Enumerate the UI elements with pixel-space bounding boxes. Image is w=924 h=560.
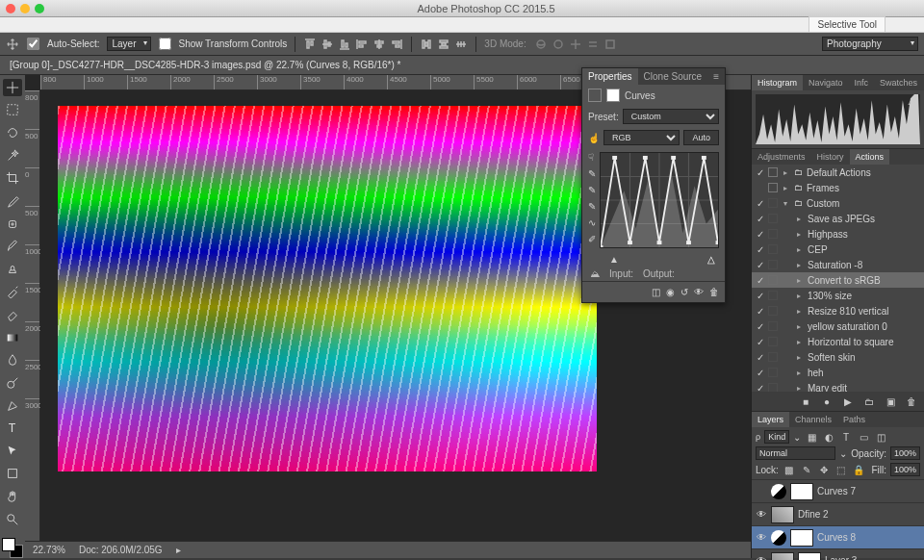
layer-row[interactable]: 👁Layer 3 — [752, 548, 924, 560]
tab-histogram[interactable]: Histogram — [752, 75, 803, 90]
auto-select-checkbox[interactable] — [27, 38, 39, 50]
minimize-icon[interactable] — [20, 4, 30, 13]
trash-icon[interactable]: 🗑 — [905, 395, 918, 408]
visibility-icon[interactable]: 👁 — [694, 287, 704, 297]
layer-filter-kind[interactable]: Kind — [764, 430, 789, 444]
white-point-icon[interactable]: ✎ — [588, 168, 596, 179]
show-transform-checkbox[interactable] — [159, 38, 171, 50]
lasso-tool[interactable] — [3, 124, 22, 141]
layer-row[interactable]: Curves 7 — [752, 479, 924, 502]
action-row[interactable]: ✓▸130% size — [752, 288, 924, 303]
document-tab[interactable]: [Group 0]-_DSC4277-HDR__DSC4285-HDR-3 im… — [0, 56, 924, 75]
tab-actions[interactable]: Actions — [850, 149, 890, 165]
filter-adj-icon[interactable]: ◐ — [822, 430, 835, 444]
action-row[interactable]: ✓▸yellow saturation 0 — [752, 318, 924, 334]
filter-type-icon[interactable]: T — [839, 430, 853, 444]
window-controls[interactable] — [6, 4, 44, 13]
dodge-tool[interactable] — [3, 374, 22, 392]
filter-pixel-icon[interactable]: ▦ — [805, 430, 818, 444]
spot-heal-tool[interactable] — [3, 216, 22, 233]
selective-tool-tab[interactable]: Selective Tool — [808, 16, 886, 33]
tab-navigator[interactable]: Navigato — [803, 75, 849, 90]
layers-list[interactable]: Curves 7👁Dfine 2👁Curves 8👁Layer 3 — [752, 479, 924, 560]
reset-icon[interactable]: ↺ — [680, 287, 688, 297]
lock-pixels-icon[interactable]: ✎ — [800, 463, 813, 476]
tab-properties[interactable]: Properties — [582, 68, 638, 85]
action-row[interactable]: ✓▸🗀Default Actions — [752, 165, 924, 180]
opacity-value[interactable]: 100% — [890, 446, 920, 460]
visibility-toggle[interactable]: 👁 — [756, 555, 767, 560]
action-row[interactable]: ✓▸heh — [752, 365, 924, 380]
tab-adjustments[interactable]: Adjustments — [752, 149, 811, 165]
clip-to-layer-icon[interactable]: ◫ — [652, 287, 660, 297]
action-row[interactable]: ✓▸Horizontal to square — [752, 334, 924, 349]
gradient-tool[interactable] — [3, 329, 22, 346]
tab-channels[interactable]: Channels — [789, 412, 837, 427]
clone-stamp-tool[interactable] — [3, 261, 22, 278]
zoom-readout[interactable]: 22.73% — [33, 545, 65, 555]
action-row[interactable]: ✓▸Saturation -8 — [752, 257, 924, 272]
edit-points-icon[interactable]: ∿ — [588, 217, 596, 228]
on-image-icon[interactable]: ☟ — [588, 152, 596, 163]
hand-tool[interactable] — [3, 488, 22, 505]
lock-position-icon[interactable]: ✥ — [817, 463, 831, 476]
tab-history[interactable]: History — [811, 149, 850, 165]
clip-icon[interactable]: ⛰ — [590, 268, 600, 279]
pen-tool[interactable] — [3, 397, 22, 415]
tab-clone-source[interactable]: Clone Source — [638, 68, 708, 85]
delete-adj-icon[interactable]: 🗑 — [709, 287, 719, 297]
close-icon[interactable] — [6, 4, 15, 13]
action-row[interactable]: ✓▸Resize 810 vertical — [752, 303, 924, 318]
sampler-icon[interactable]: ☝ — [588, 133, 600, 143]
new-action-icon[interactable]: ▣ — [884, 395, 897, 408]
black-point-icon[interactable]: ✎ — [588, 201, 596, 212]
tab-layers[interactable]: Layers — [752, 412, 789, 427]
actions-list[interactable]: ✓▸🗀Default Actions▸🗀Frames✓▾🗀Custom✓▸Sav… — [752, 165, 924, 392]
history-brush-tool[interactable] — [3, 284, 22, 301]
channel-select[interactable]: RGB — [603, 130, 680, 145]
stop-icon[interactable]: ■ — [799, 395, 812, 408]
action-row[interactable]: ✓▸Convert to sRGB — [752, 272, 924, 288]
action-row[interactable]: ▸🗀Frames — [752, 180, 924, 195]
blend-mode[interactable]: Normal — [756, 446, 835, 460]
auto-button[interactable]: Auto — [683, 130, 719, 145]
zoom-tool[interactable] — [3, 511, 22, 528]
play-icon[interactable]: ▶ — [841, 395, 855, 408]
action-row[interactable]: ✓▸Mary edit — [752, 380, 924, 392]
properties-panel[interactable]: Properties Clone Source ≡ Curves Preset:… — [581, 67, 726, 303]
action-row[interactable]: ✓▸Soften skin — [752, 349, 924, 365]
lock-transparency-icon[interactable]: ▩ — [783, 463, 796, 476]
color-swatches[interactable] — [2, 538, 23, 559]
visibility-toggle[interactable]: 👁 — [756, 509, 767, 520]
status-arrow-icon[interactable]: ▸ — [176, 545, 181, 555]
magic-wand-tool[interactable] — [3, 147, 22, 165]
curves-graph[interactable] — [600, 152, 719, 248]
eraser-tool[interactable] — [3, 306, 22, 323]
lock-artboard-icon[interactable]: ⬚ — [834, 463, 848, 476]
visibility-toggle[interactable]: 👁 — [756, 532, 767, 543]
crop-tool[interactable] — [3, 170, 22, 188]
type-tool[interactable]: T — [3, 420, 22, 437]
marquee-tool[interactable] — [3, 102, 22, 119]
move-tool[interactable] — [3, 79, 22, 96]
lock-all-icon[interactable]: 🔒 — [852, 463, 865, 476]
tab-paths[interactable]: Paths — [837, 412, 871, 427]
action-row[interactable]: ✓▸Save as JPEGs — [752, 211, 924, 226]
layer-row[interactable]: 👁Curves 8 — [752, 525, 924, 548]
draw-curve-icon[interactable]: ✐ — [588, 234, 596, 244]
tab-swatches[interactable]: Swatches — [874, 75, 923, 90]
eyedropper-tool[interactable] — [3, 192, 22, 210]
workspace-selector[interactable]: Photography — [822, 37, 918, 51]
distribute-icons[interactable] — [420, 38, 468, 51]
panel-menu-icon[interactable]: ≡ — [707, 68, 725, 85]
new-set-icon[interactable]: 🗀 — [862, 395, 876, 408]
white-slider-icon[interactable]: △ — [707, 254, 715, 265]
preset-select[interactable]: Custom — [623, 109, 719, 124]
brush-tool[interactable] — [3, 238, 22, 255]
blur-tool[interactable] — [3, 352, 22, 369]
path-select-tool[interactable] — [3, 443, 22, 460]
action-row[interactable]: ✓▸CEP — [752, 242, 924, 257]
filter-shape-icon[interactable]: ▭ — [857, 430, 870, 444]
layer-row[interactable]: 👁Dfine 2 — [752, 502, 924, 525]
action-row[interactable]: ✓▸Highpass — [752, 226, 924, 242]
